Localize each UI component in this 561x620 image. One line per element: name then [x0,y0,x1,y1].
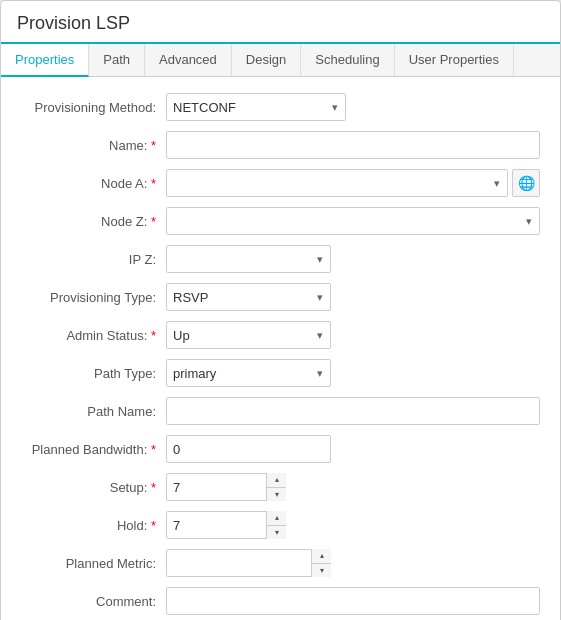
provisioning-method-select[interactable]: NETCONF CLI SNMP [166,93,346,121]
setup-decrement-button[interactable]: ▾ [267,488,286,502]
comment-input[interactable] [166,587,540,615]
node-a-select[interactable] [166,169,508,197]
hold-label: Hold: * [21,518,166,533]
planned-metric-label: Planned Metric: [21,556,166,571]
provisioning-type-row: Provisioning Type: RSVP SR LDP ▾ [21,283,540,311]
hold-increment-button[interactable]: ▴ [267,511,286,526]
comment-row: Comment: [21,587,540,615]
hold-row: Hold: * ▴ ▾ [21,511,540,539]
planned-bandwidth-row: Planned Bandwidth: * [21,435,540,463]
provisioning-method-select-wrapper: NETCONF CLI SNMP ▾ [166,93,346,121]
ip-z-label: IP Z: [21,252,166,267]
node-z-select-wrapper: ▾ [166,207,540,235]
name-required-star: * [151,138,156,153]
admin-status-label: Admin Status: * [21,328,166,343]
tab-path[interactable]: Path [89,44,145,76]
setup-spinner-buttons: ▴ ▾ [266,473,286,501]
ip-z-row: IP Z: ▾ [21,245,540,273]
setup-spinner: ▴ ▾ [166,473,286,501]
tab-design[interactable]: Design [232,44,301,76]
setup-row: Setup: * ▴ ▾ [21,473,540,501]
path-type-row: Path Type: primary secondary tertiary ▾ [21,359,540,387]
tab-bar: Properties Path Advanced Design Scheduli… [1,44,560,77]
node-a-select-wrapper: ▾ [166,169,508,197]
setup-increment-button[interactable]: ▴ [267,473,286,488]
path-name-label: Path Name: [21,404,166,419]
planned-metric-spinner: ▴ ▾ [166,549,331,577]
node-a-controls: ▾ 🌐 [166,169,540,197]
path-type-select-wrapper: primary secondary tertiary ▾ [166,359,331,387]
node-a-row: Node A: * ▾ 🌐 [21,169,540,197]
provision-lsp-dialog: Provision LSP Properties Path Advanced D… [0,0,561,620]
path-type-select[interactable]: primary secondary tertiary [166,359,331,387]
planned-metric-decrement-button[interactable]: ▾ [312,564,331,578]
tab-scheduling[interactable]: Scheduling [301,44,394,76]
planned-metric-increment-button[interactable]: ▴ [312,549,331,564]
admin-status-select[interactable]: Up Down [166,321,331,349]
tab-properties[interactable]: Properties [1,44,89,77]
comment-label: Comment: [21,594,166,609]
name-row: Name: * [21,131,540,159]
planned-bandwidth-label: Planned Bandwidth: * [21,442,166,457]
name-input[interactable] [166,131,540,159]
planned-metric-spinner-buttons: ▴ ▾ [311,549,331,577]
ip-z-select[interactable] [166,245,331,273]
node-z-required-star: * [151,214,156,229]
node-a-label: Node A: * [21,176,166,191]
provisioning-method-row: Provisioning Method: NETCONF CLI SNMP ▾ [21,93,540,121]
hold-required-star: * [151,518,156,533]
provisioning-method-label: Provisioning Method: [21,100,166,115]
tab-user-properties[interactable]: User Properties [395,44,514,76]
name-label: Name: * [21,138,166,153]
provisioning-type-select[interactable]: RSVP SR LDP [166,283,331,311]
admin-status-required-star: * [151,328,156,343]
setup-label: Setup: * [21,480,166,495]
dialog-title: Provision LSP [1,1,560,44]
planned-bandwidth-required-star: * [151,442,156,457]
provisioning-type-select-wrapper: RSVP SR LDP ▾ [166,283,331,311]
hold-spinner-buttons: ▴ ▾ [266,511,286,539]
form-body: Provisioning Method: NETCONF CLI SNMP ▾ … [1,77,560,620]
path-type-label: Path Type: [21,366,166,381]
provisioning-type-label: Provisioning Type: [21,290,166,305]
tab-advanced[interactable]: Advanced [145,44,232,76]
node-z-label: Node Z: * [21,214,166,229]
setup-required-star: * [151,480,156,495]
path-name-row: Path Name: [21,397,540,425]
hold-spinner: ▴ ▾ [166,511,286,539]
globe-icon: 🌐 [518,175,535,191]
admin-status-row: Admin Status: * Up Down ▾ [21,321,540,349]
planned-metric-input[interactable] [166,549,331,577]
node-z-row: Node Z: * ▾ [21,207,540,235]
node-a-globe-button[interactable]: 🌐 [512,169,540,197]
planned-metric-row: Planned Metric: ▴ ▾ [21,549,540,577]
ip-z-select-wrapper: ▾ [166,245,331,273]
admin-status-select-wrapper: Up Down ▾ [166,321,331,349]
planned-bandwidth-input[interactable] [166,435,331,463]
node-z-select[interactable] [166,207,540,235]
node-a-required-star: * [151,176,156,191]
hold-decrement-button[interactable]: ▾ [267,526,286,540]
path-name-input[interactable] [166,397,540,425]
